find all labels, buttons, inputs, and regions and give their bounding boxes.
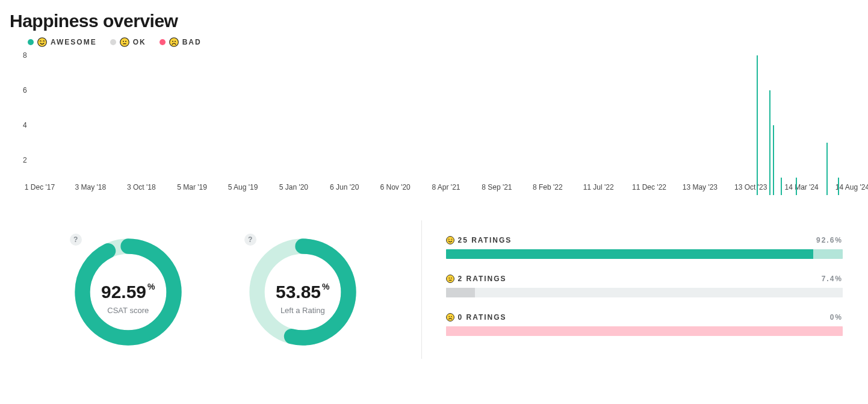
x-tick: 14 Mar '24 (784, 183, 818, 191)
x-tick: 11 Dec '22 (632, 183, 666, 191)
ok-face-icon (446, 275, 454, 283)
page-title: Happiness overview (10, 11, 858, 31)
csat-value: 92.59% (71, 282, 185, 302)
x-tick: 5 Mar '19 (177, 183, 207, 191)
chart-bar (781, 178, 782, 195)
legend-item-awesome[interactable]: AWESOME (28, 37, 97, 47)
rating-bar-bad (446, 326, 843, 336)
x-tick: 14 Aug '24 (835, 183, 868, 191)
x-tick: 13 Oct '23 (734, 183, 767, 191)
rating-row-bad: 0 RATINGS 0% (446, 313, 843, 336)
rating-count-awesome: 25 RATINGS (446, 236, 512, 244)
legend-dot-ok (110, 39, 116, 45)
rated-value: 53.85% (246, 282, 360, 302)
chart-bar (757, 55, 758, 195)
x-tick: 3 May '18 (75, 183, 107, 191)
chart-legend: AWESOME OK BAD (28, 37, 858, 47)
svg-point-14 (448, 278, 450, 279)
awesome-face-icon (37, 37, 47, 47)
chart-bar (773, 125, 774, 195)
legend-item-ok[interactable]: OK (110, 37, 146, 47)
happiness-bar-chart: 2468 1 Dec '173 May '183 Oct '185 Mar '1… (23, 55, 852, 212)
x-tick: 8 Sep '21 (482, 183, 512, 191)
legend-dot-awesome (28, 39, 34, 45)
svg-point-2 (123, 41, 124, 42)
svg-point-1 (120, 38, 129, 47)
ok-face-icon (120, 37, 129, 47)
svg-point-15 (450, 278, 451, 279)
rating-pct-bad: 0% (830, 313, 843, 322)
awesome-face-icon (446, 236, 454, 244)
legend-item-bad[interactable]: BAD (160, 37, 202, 47)
help-icon[interactable]: ? (70, 234, 82, 246)
svg-point-12 (446, 237, 454, 244)
rated-label: Left a Rating (246, 306, 360, 315)
chart-plot-area: 1 Dec '173 May '183 Oct '185 Mar '195 Au… (40, 55, 852, 195)
svg-point-0 (38, 38, 47, 47)
bad-face-icon (169, 37, 179, 47)
svg-point-6 (172, 41, 173, 42)
legend-dot-bad (160, 39, 166, 45)
chart-bar (838, 178, 839, 195)
svg-point-3 (125, 41, 126, 42)
x-tick: 13 May '23 (683, 183, 718, 191)
rating-pct-awesome: 92.6% (816, 236, 843, 244)
help-icon[interactable]: ? (244, 234, 256, 246)
svg-point-7 (175, 41, 176, 42)
rating-row-awesome: 25 RATINGS 92.6% (446, 236, 843, 259)
rated-donut: ? 53.85% Left a Rating (246, 235, 360, 352)
svg-point-18 (448, 316, 450, 317)
rating-count-bad: 0 RATINGS (446, 313, 507, 322)
svg-point-19 (450, 316, 451, 317)
chart-bar (796, 178, 797, 195)
y-tick: 6 (23, 86, 27, 95)
chart-bar (826, 143, 828, 195)
y-tick: 8 (23, 51, 27, 60)
score-gauges-panel: ? 92.59% CSAT score ? 53.85% (10, 220, 422, 359)
x-tick: 5 Jan '20 (279, 183, 308, 191)
rating-pct-ok: 7.4% (822, 275, 843, 283)
x-tick: 6 Jun '20 (330, 183, 359, 191)
x-tick: 11 Jul '22 (583, 183, 614, 191)
legend-label-ok: OK (133, 38, 146, 46)
legend-label-bad: BAD (182, 38, 202, 46)
rating-row-ok: 2 RATINGS 7.4% (446, 275, 843, 297)
y-tick: 2 (23, 156, 27, 164)
y-tick: 4 (23, 121, 27, 129)
svg-point-17 (446, 314, 454, 322)
csat-label: CSAT score (71, 306, 185, 315)
legend-label-awesome: AWESOME (51, 38, 97, 46)
svg-point-13 (446, 275, 454, 283)
y-axis: 2468 (23, 55, 40, 195)
chart-bar (769, 90, 770, 195)
x-tick: 6 Nov '20 (380, 183, 410, 191)
ratings-breakdown-panel: 25 RATINGS 92.6% 2 RATINGS (422, 220, 859, 359)
svg-point-5 (169, 38, 178, 47)
rating-count-ok: 2 RATINGS (446, 275, 507, 283)
rating-bar-ok (446, 288, 843, 297)
bad-face-icon (446, 313, 454, 322)
x-tick: 8 Feb '22 (533, 183, 563, 191)
rating-bar-awesome (446, 249, 843, 259)
x-tick: 8 Apr '21 (432, 183, 460, 191)
x-tick: 1 Dec '17 (25, 183, 55, 191)
x-tick: 3 Oct '18 (127, 183, 156, 191)
x-tick: 5 Aug '19 (228, 183, 258, 191)
x-axis: 1 Dec '173 May '183 Oct '185 Mar '195 Au… (40, 178, 852, 195)
csat-donut: ? 92.59% CSAT score (71, 235, 185, 352)
